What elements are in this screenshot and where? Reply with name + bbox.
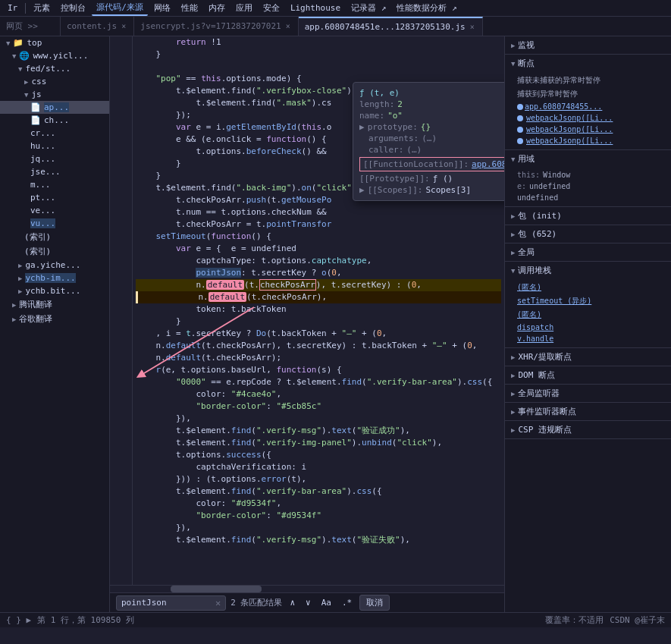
sidebar-item-ch[interactable]: 📄 ch... (0, 114, 109, 127)
popup-scopes-expand[interactable]: ▶ (359, 185, 365, 195)
search-next-button[interactable]: ∨ (303, 597, 314, 608)
toolbar-recorder[interactable]: 记录器 ↗ (346, 1, 390, 15)
sidebar-item-m[interactable]: m... (0, 178, 109, 191)
scope-expand-arrow: ▼ (511, 156, 515, 163)
panel-pkg-init-header[interactable]: ▶ 包 (init) (505, 207, 671, 225)
popup-caller: caller: (…) (359, 144, 504, 156)
sidebar-item-ychb-im[interactable]: ▶ ychb-im... (0, 272, 109, 284)
cs-vhandle-label[interactable]: v.handle (517, 335, 553, 343)
global-listeners-arrow: ▶ (511, 390, 515, 397)
panel-csp-header[interactable]: ▶ CSP 违规断点 (505, 421, 671, 438)
horizontal-scrollbar[interactable] (110, 585, 504, 592)
sidebar-item-css[interactable]: ▶ css (0, 75, 109, 88)
panel-breakpoints-label: 断点 (518, 58, 535, 69)
bp-file-1[interactable]: app.6080748455... (517, 101, 665, 112)
toolbar-security[interactable]: 安全 (259, 1, 284, 15)
popup-fn-location-label: [[FunctionLocation]]: (363, 159, 469, 169)
ln19 (113, 255, 129, 267)
toolbar-application[interactable]: 应用 (231, 1, 257, 15)
toolbar-sources[interactable]: 源代码/来源 (92, 0, 148, 16)
bp-file-4[interactable]: webpackJsonp([Li... (517, 135, 665, 146)
panel-breakpoints-header[interactable]: ▼ 断点 (505, 55, 671, 72)
bp-file-4-name[interactable]: webpackJsonp([Li... (526, 137, 613, 145)
popup-arguments-label: arguments: (368, 134, 419, 143)
sidebar-label-vu: vu... (30, 218, 55, 228)
toolbar-memory[interactable]: 内存 (204, 1, 230, 15)
panel-scope-content: this: Window e: undefined undefined (505, 168, 671, 206)
search-input[interactable] (121, 598, 212, 608)
sidebar-item-fed[interactable]: ▼ fed/st... (0, 62, 109, 75)
bp-file-3[interactable]: webpackJsonp([Li... (517, 124, 665, 135)
status-user: CSDN @崔子末 (610, 614, 665, 626)
tab-content-js-close[interactable]: × (120, 21, 127, 31)
popup-prototype-expand[interactable]: ▶ (359, 122, 365, 132)
toolbar-console[interactable]: 控制台 (56, 1, 90, 15)
panel-dom-header[interactable]: ▶ DOM 断点 (505, 366, 671, 384)
sidebar-item-index1[interactable]: (索引) (0, 230, 109, 244)
cs-settimeout-label[interactable]: setTimeout (异步) (517, 296, 591, 306)
sidebar-item-jq[interactable]: jq... (0, 152, 109, 165)
search-prev-button[interactable]: ∧ (287, 597, 298, 608)
ln7 (113, 109, 129, 121)
sidebar-item-hu[interactable]: hu... (0, 140, 109, 152)
bp-file-2-name[interactable]: webpackJsonp([Li... (526, 114, 613, 122)
sidebar-item-pt[interactable]: pt... (0, 191, 109, 204)
tab-webpage[interactable]: 网页 >> (0, 17, 61, 36)
tab-jsencrypt[interactable]: jsencrypt.js?v=1712837207021 × (134, 17, 298, 36)
code-line-17: setTimeout(function() { (136, 231, 501, 243)
bp-file-1-name[interactable]: app.6080748455... (525, 102, 602, 111)
panel-scope-header[interactable]: ▼ 用域 (505, 150, 671, 168)
sidebar-item-google[interactable]: ▶ 谷歌翻译 (0, 312, 109, 326)
panel-global-header[interactable]: ▶ 全局 (505, 243, 671, 261)
toolbar-network[interactable]: 网络 (149, 1, 175, 15)
cs-dispatch-label[interactable]: dispatch (517, 323, 553, 331)
panel-event-listeners-header[interactable]: ▶ 事件监听器断点 (505, 403, 671, 420)
cs-anonymous1-label[interactable]: (匿名) (517, 282, 541, 293)
sidebar-item-jse[interactable]: jse... (0, 165, 109, 178)
panel-section-global: ▶ 全局 (505, 243, 671, 262)
sidebar-item-ga[interactable]: ▶ ga.yiche... (0, 259, 109, 272)
sidebar-item-ve[interactable]: ve... (0, 204, 109, 217)
sidebar-item-js[interactable]: ▼ js (0, 88, 109, 101)
ln16 (113, 218, 129, 231)
code-line-2: } (136, 49, 501, 61)
sidebar-item-cr[interactable]: cr... (0, 127, 109, 140)
tab-content-js[interactable]: content.js × (61, 17, 134, 36)
sidebar-item-www[interactable]: ▼ 🌐 www.yicl... (0, 49, 109, 62)
code-line-42: t.$element.find(".verify-msg").text("验证失… (136, 534, 501, 546)
tab-app-js[interactable]: app.6080748451e...12837205130.js × (299, 17, 483, 36)
search-clear-icon[interactable]: ✕ (215, 598, 221, 608)
ln24 (113, 316, 129, 328)
sidebar-item-ychb-bit[interactable]: ▶ ychb.bit... (0, 284, 109, 297)
cs-anonymous2-label[interactable]: (匿名) (517, 309, 541, 320)
popup-fn-location-link[interactable]: app.6080748***.171283720 (472, 159, 504, 169)
panel-global-listeners-header[interactable]: ▶ 全局监听器 (505, 385, 671, 402)
search-regex-btn[interactable]: .* (339, 597, 355, 608)
scope-undefined: undefined (517, 192, 665, 203)
h-scroll-thumb[interactable] (171, 586, 262, 592)
bp-file-2[interactable]: webpackJsonp([Li... (517, 112, 665, 124)
toolbar-elements[interactable]: 元素 (29, 1, 55, 15)
tab-jsencrypt-close[interactable]: × (284, 21, 292, 31)
tab-app-js-label: app.6080748451e...12837205130.js (305, 22, 466, 32)
sidebar-item-ap[interactable]: 📄 ap... (0, 101, 109, 114)
sidebar-item-index2[interactable]: (索引) (0, 244, 109, 259)
toolbar-performance[interactable]: 性能 (177, 1, 202, 15)
toolbar-lighthouse[interactable]: Lighthouse (286, 2, 345, 14)
sidebar-item-top[interactable]: ▼ 📁 top (0, 36, 109, 49)
panel-pkg-652-header[interactable]: ▶ 包 (652) (505, 225, 671, 243)
tab-app-js-close[interactable]: × (469, 22, 476, 32)
bp-file-3-name[interactable]: webpackJsonp([Li... (526, 125, 613, 134)
panel-section-watch: ▶ 监视 (505, 36, 671, 55)
sidebar-item-vu[interactable]: vu... (0, 217, 109, 230)
panel-watch-header[interactable]: ▶ 监视 (505, 36, 671, 54)
cs-vhandle: v.handle (517, 333, 665, 344)
search-case-btn[interactable]: Aa (318, 597, 334, 608)
breakpoints-expand-arrow: ▼ (511, 60, 515, 68)
toolbar-perf-insights[interactable]: 性能数据分析 ↗ (392, 1, 461, 15)
toolbar-ir[interactable]: Ir (3, 2, 22, 14)
sidebar-item-tencent[interactable]: ▶ 腾讯翻译 (0, 297, 109, 312)
panel-xhr-header[interactable]: ▶ XHR/提取断点 (505, 348, 671, 366)
search-cancel-button[interactable]: 取消 (359, 595, 390, 611)
panel-callstack-header[interactable]: ▼ 调用堆栈 (505, 262, 671, 279)
